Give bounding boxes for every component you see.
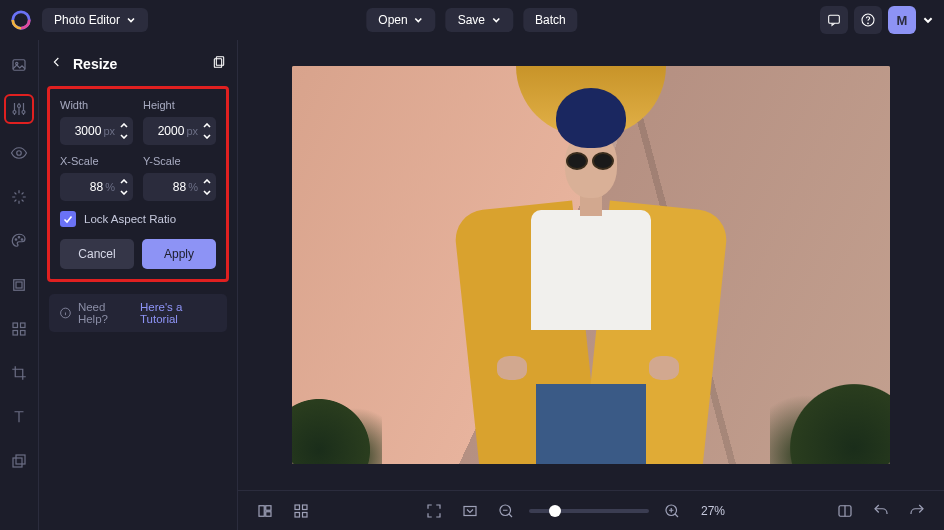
app-title-label: Photo Editor	[54, 13, 120, 27]
svg-rect-30	[303, 505, 308, 510]
panel-title: Resize	[73, 56, 117, 72]
redo-icon[interactable]	[904, 498, 930, 524]
svg-rect-17	[13, 323, 18, 328]
help-prefix: Need Help?	[78, 301, 134, 325]
save-button[interactable]: Save	[446, 8, 513, 32]
sidebar-sparkle-icon[interactable]	[4, 182, 34, 212]
sidebar-grid-icon[interactable]	[4, 314, 34, 344]
tool-sidebar	[0, 40, 38, 530]
lock-aspect-checkbox[interactable]	[60, 211, 76, 227]
svg-rect-33	[464, 506, 476, 515]
svg-rect-18	[21, 323, 26, 328]
sidebar-text-icon[interactable]	[4, 402, 34, 432]
compare-icon[interactable]	[832, 498, 858, 524]
sidebar-palette-icon[interactable]	[4, 226, 34, 256]
app-logo-icon[interactable]	[10, 9, 32, 31]
yscale-label: Y-Scale	[143, 155, 216, 167]
layers-panel-icon[interactable]	[252, 498, 278, 524]
svg-rect-24	[214, 59, 221, 68]
help-tutorial-link[interactable]: Here's a Tutorial	[140, 301, 217, 325]
xscale-step-down[interactable]	[119, 188, 129, 196]
sidebar-frame-icon[interactable]	[4, 270, 34, 300]
canvas-bottom-bar: 27%	[238, 490, 944, 530]
svg-rect-29	[295, 505, 300, 510]
batch-button[interactable]: Batch	[523, 8, 578, 32]
sidebar-image-icon[interactable]	[4, 50, 34, 80]
height-value: 2000	[151, 124, 184, 138]
save-label: Save	[458, 13, 485, 27]
resize-form: Width 3000 px Height 2000 px	[47, 86, 229, 282]
apply-button[interactable]: Apply	[142, 239, 216, 269]
panel-back-icon[interactable]	[49, 54, 65, 74]
width-value: 3000	[68, 124, 101, 138]
zoom-level-label: 27%	[701, 504, 725, 518]
svg-rect-23	[216, 57, 223, 66]
yscale-value: 88	[151, 180, 186, 194]
svg-point-13	[18, 237, 20, 239]
width-label: Width	[60, 99, 133, 111]
open-button[interactable]: Open	[366, 8, 435, 32]
height-step-down[interactable]	[202, 132, 212, 140]
svg-rect-31	[295, 512, 300, 517]
svg-rect-15	[14, 280, 25, 291]
height-label: Height	[143, 99, 216, 111]
height-step-up[interactable]	[202, 122, 212, 130]
panel-copy-icon[interactable]	[211, 54, 227, 74]
fullscreen-icon[interactable]	[421, 498, 447, 524]
xscale-unit: %	[105, 181, 115, 193]
sidebar-eye-icon[interactable]	[4, 138, 34, 168]
svg-rect-20	[21, 331, 26, 336]
svg-point-11	[17, 151, 22, 156]
lock-aspect-label: Lock Aspect Ratio	[84, 213, 176, 225]
zoom-slider[interactable]	[529, 509, 649, 513]
width-step-up[interactable]	[119, 122, 129, 130]
xscale-step-up[interactable]	[119, 178, 129, 186]
height-input[interactable]: 2000 px	[143, 117, 216, 145]
grid-view-icon[interactable]	[288, 498, 314, 524]
svg-point-14	[21, 239, 23, 241]
info-icon	[59, 306, 72, 320]
open-label: Open	[378, 13, 407, 27]
svg-point-8	[13, 111, 16, 114]
svg-rect-26	[259, 505, 264, 516]
svg-rect-16	[16, 282, 22, 288]
width-unit: px	[103, 125, 115, 137]
sidebar-crop-icon[interactable]	[4, 358, 34, 388]
user-avatar[interactable]: M	[888, 6, 916, 34]
svg-point-5	[868, 23, 869, 24]
feedback-icon[interactable]	[820, 6, 848, 34]
svg-rect-28	[266, 511, 271, 516]
chevron-down-icon	[491, 15, 501, 25]
sidebar-adjust-icon[interactable]	[4, 94, 34, 124]
canvas-viewport[interactable]	[238, 40, 944, 490]
chevron-down-icon	[126, 15, 136, 25]
user-menu-chevron[interactable]	[922, 14, 934, 26]
top-bar: Photo Editor Open Save Batch M	[0, 0, 944, 40]
yscale-unit: %	[188, 181, 198, 193]
help-banner: Need Help? Here's a Tutorial	[49, 294, 227, 332]
svg-point-10	[22, 111, 25, 114]
sidebar-layers-icon[interactable]	[4, 446, 34, 476]
yscale-input[interactable]: 88 %	[143, 173, 216, 201]
xscale-input[interactable]: 88 %	[60, 173, 133, 201]
batch-label: Batch	[535, 13, 566, 27]
cancel-button[interactable]: Cancel	[60, 239, 134, 269]
height-unit: px	[186, 125, 198, 137]
fit-screen-icon[interactable]	[457, 498, 483, 524]
zoom-out-icon[interactable]	[493, 498, 519, 524]
xscale-label: X-Scale	[60, 155, 133, 167]
undo-icon[interactable]	[868, 498, 894, 524]
svg-rect-27	[266, 505, 271, 510]
zoom-in-icon[interactable]	[659, 498, 685, 524]
resize-panel: Resize Width 3000 px	[38, 40, 238, 530]
svg-rect-3	[829, 15, 840, 23]
width-step-down[interactable]	[119, 132, 129, 140]
xscale-value: 88	[68, 180, 103, 194]
svg-rect-22	[13, 458, 22, 467]
svg-rect-21	[16, 455, 25, 464]
yscale-step-up[interactable]	[202, 178, 212, 186]
help-icon[interactable]	[854, 6, 882, 34]
app-title-dropdown[interactable]: Photo Editor	[42, 8, 148, 32]
yscale-step-down[interactable]	[202, 188, 212, 196]
width-input[interactable]: 3000 px	[60, 117, 133, 145]
